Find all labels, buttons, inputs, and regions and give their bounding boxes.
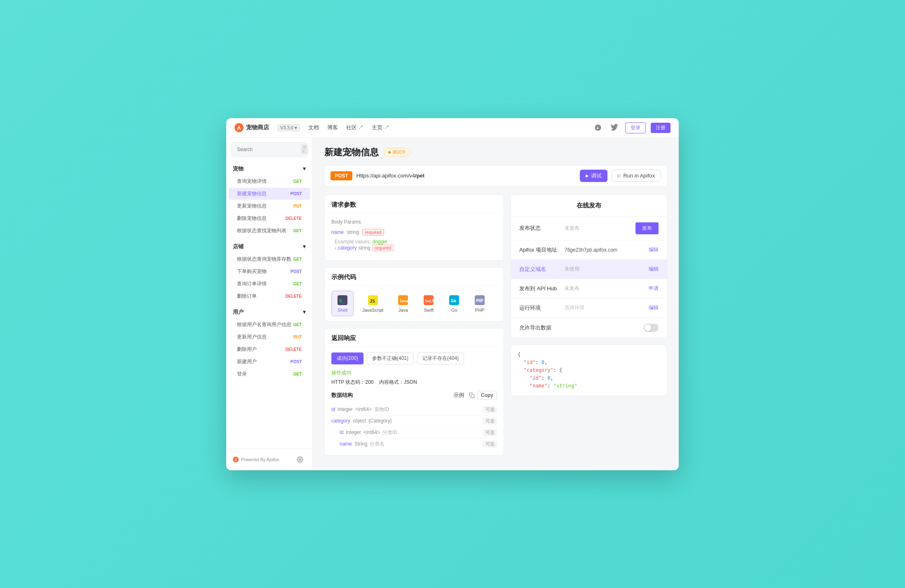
svg-rect-15 <box>471 394 474 398</box>
svg-point-2 <box>299 459 301 460</box>
code-tab-js[interactable]: JS JavaScript <box>357 291 389 316</box>
sidebar-item-order-detail[interactable]: 查询订单详情 GET <box>229 278 310 290</box>
edit-env-button[interactable]: 编辑 <box>649 304 659 311</box>
sidebar-item-user-new[interactable]: 新建用户 POST <box>229 356 310 368</box>
page-title-row: 新建宠物信息 测试中 <box>324 146 667 159</box>
data-row-category-id: id integer <int64> 分类ID 可选 <box>331 427 497 439</box>
apply-api-hub-button[interactable]: 申请 <box>649 285 659 292</box>
response-card: 返回响应 成功(200) 参数不正确(401) 记录不存在(404) 操作成功 … <box>324 328 504 455</box>
param-category-type: string <box>359 245 370 251</box>
sidebar-item-user-login[interactable]: 登录 GET <box>229 368 310 380</box>
data-row-id: id integer <int64> 宠物ID 可选 <box>331 404 497 415</box>
resp-tab-401[interactable]: 参数不正确(401) <box>367 352 414 364</box>
copy-button[interactable]: Copy <box>477 391 497 400</box>
sidebar-footer: Powered By Apifox <box>226 448 312 470</box>
resp-meta: HTTP 状态码：200 内容格式：JSON <box>331 379 497 386</box>
category-row: › category string required <box>335 245 497 251</box>
sidebar-item-user-delete[interactable]: 删除用户 DELETE <box>229 343 310 355</box>
shell-icon: $_ <box>337 294 348 306</box>
chevron-icon[interactable]: › <box>335 245 336 250</box>
sidebar-item-get-pet[interactable]: 查询宠物详情 GET <box>229 175 310 187</box>
code-examples-card: 示例代码 $_ Shell <box>324 267 504 322</box>
publish-row-export: 允许导出数据 <box>511 318 667 338</box>
sidebar-item-inventory[interactable]: 根据状态查询宠物库存数 GET <box>229 253 310 265</box>
code-tab-java[interactable]: Java Java <box>392 291 414 316</box>
sidebar-group-user: 用户 ▾ 根据用户名查询用户信息 GET 更新用户信息 PUT 删除用户 DEL… <box>226 304 312 382</box>
nav-right: 登录 注册 <box>592 122 671 133</box>
register-button[interactable]: 注册 <box>651 123 671 133</box>
nav-blog[interactable]: 博客 <box>327 124 338 131</box>
sidebar-item-delete-order[interactable]: 删除订单 DELETE <box>229 290 310 302</box>
debug-button[interactable]: ▶ 调试 <box>580 170 607 182</box>
search-input[interactable] <box>237 147 299 152</box>
code-tab-swift[interactable]: Swift Swift <box>417 291 440 316</box>
data-structure-header: 数据结构 示例 Copy <box>331 391 497 400</box>
data-row-category: category object {Category} 可选 <box>331 415 497 427</box>
response-body: 操作成功 HTTP 状态码：200 内容格式：JSON 数据结构 示例 <box>325 364 504 455</box>
main-content: 新建宠物信息 测试中 POST Https://api.apifox.com/v… <box>313 138 679 470</box>
run-button[interactable]: ▷ Run in Apifox <box>612 170 661 182</box>
search-box[interactable]: ⌘ K <box>231 142 307 157</box>
resp-tab-404[interactable]: 记录不存在(404) <box>417 352 464 364</box>
method-tag: POST <box>331 171 352 180</box>
resp-tab-200[interactable]: 成功(200) <box>331 352 363 364</box>
param-category: category <box>338 245 357 251</box>
svg-text:JS: JS <box>370 299 375 304</box>
json-example: { "id": 0, "category": { "id": 0, "name"… <box>511 345 667 397</box>
sidebar-group-pets-header[interactable]: 宠物 ▾ <box>226 163 312 175</box>
publish-row-api-hub: 发布到 API Hub 未发布 申请 <box>511 279 667 299</box>
php-icon: PHP <box>474 294 485 306</box>
request-params-body: Body Params name string required Example… <box>325 213 504 260</box>
settings-icon[interactable] <box>294 454 306 465</box>
code-tab-go[interactable]: Go Go <box>443 291 465 316</box>
sidebar-item-new-pet[interactable]: 新建宠物信息 POST <box>229 188 310 200</box>
publish-row-env: 运行环境 选择环境 编辑 <box>511 299 667 318</box>
sidebar-item-delete-pet[interactable]: 删除宠物信息 DELETE <box>229 212 310 224</box>
sidebar-item-user-query[interactable]: 根据用户名查询用户信息 GET <box>229 319 310 331</box>
edit-apifox-url-button[interactable]: 编辑 <box>649 246 659 253</box>
request-params-card: 请求参数 Body Params name string required Ex… <box>324 195 504 261</box>
sidebar-item-list-pet[interactable]: 根据状态查找宠物列表 GET <box>229 225 310 237</box>
sidebar: ⌘ K 宠物 ▾ 查询宠物详情 GET 新建宠物信息 POST 更新宠物信息 <box>226 138 313 470</box>
version-selector[interactable]: V3.3.0 ▾ <box>277 124 300 131</box>
brand-logo[interactable]: 宠物商店 <box>234 123 269 132</box>
svg-point-1 <box>233 457 239 462</box>
param-category-required: required <box>372 245 394 251</box>
right-col: 在线发布 发布状态 未发布 发布 Apifox 项目地址 76ge23h7pb.… <box>511 195 667 462</box>
apifox-logo-icon <box>234 123 244 132</box>
sidebar-group-store-header[interactable]: 店铺 ▾ <box>226 240 312 253</box>
sidebar-group-user-header[interactable]: 用户 ▾ <box>226 306 312 318</box>
sidebar-group-store: 店铺 ▾ 根据状态查询宠物库存数 GET 下单购买宠物 POST 查询订单详情 … <box>226 239 312 304</box>
sidebar-item-user-update[interactable]: 更新用户信息 PUT <box>229 331 310 343</box>
sidebar-item-update-pet[interactable]: 更新宠物信息 PUT <box>229 200 310 212</box>
publish-row-apifox-url: Apifox 项目地址 76ge23h7pb.apifox.com 编辑 <box>511 240 667 260</box>
sidebar-group-pets: 宠物 ▾ 查询宠物详情 GET 新建宠物信息 POST 更新宠物信息 PUT 删… <box>226 161 312 239</box>
publish-card: 在线发布 发布状态 未发布 发布 Apifox 项目地址 76ge23h7pb.… <box>511 195 667 338</box>
response-tabs: 成功(200) 参数不正确(401) 记录不存在(404) <box>325 347 504 364</box>
sidebar-item-order[interactable]: 下单购买宠物 POST <box>229 266 310 278</box>
login-button[interactable]: 登录 <box>625 122 646 133</box>
edit-domain-button[interactable]: 编辑 <box>649 266 659 273</box>
go-icon: Go <box>448 294 460 306</box>
publish-row-domain: 自定义域名 未使用 编辑 <box>511 260 667 279</box>
publish-button[interactable]: 发布 <box>635 222 659 234</box>
nav-home[interactable]: 主页 ↗ <box>372 124 389 131</box>
nav-docs[interactable]: 文档 <box>308 124 319 131</box>
code-tab-shell[interactable]: $_ Shell <box>331 291 354 316</box>
powered-by: Powered By Apifox <box>233 457 279 462</box>
response-header: 返回响应 <box>325 329 504 347</box>
two-col-layout: 请求参数 Body Params name string required Ex… <box>324 195 667 462</box>
twitter-icon[interactable] <box>609 122 620 133</box>
publish-row-status: 发布状态 未发布 发布 <box>511 217 667 240</box>
nav-links: 文档 博客 社区 ↗ 主页 ↗ <box>308 124 584 131</box>
code-tab-php[interactable]: PHP PHP <box>469 291 491 316</box>
endpoint-url: Https://api.apifox.com/v4/pet <box>356 173 576 179</box>
nav-community[interactable]: 社区 ↗ <box>346 124 364 131</box>
export-toggle[interactable] <box>644 324 659 332</box>
param-type: string <box>347 229 359 235</box>
wechat-icon[interactable] <box>592 122 604 133</box>
toggle-knob <box>645 324 651 331</box>
top-nav: 宠物商店 V3.3.0 ▾ 文档 博客 社区 ↗ 主页 ↗ 登 <box>226 118 679 138</box>
publish-header: 在线发布 <box>511 195 667 217</box>
param-name: name <box>331 229 344 235</box>
